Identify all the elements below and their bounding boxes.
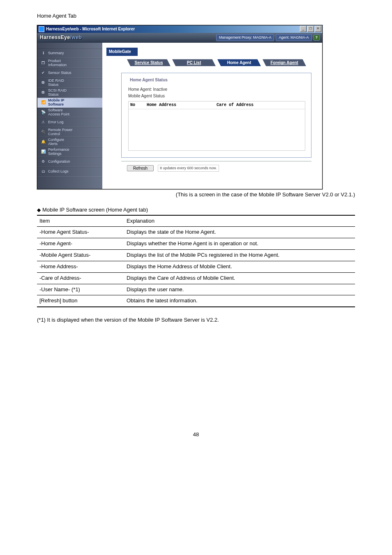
diamond-icon: ◆	[37, 207, 41, 213]
spec-row: -Mobile Agent Status-Displays the list o…	[37, 250, 355, 261]
tab-row: Service Status PC List Home Agent Foreig…	[106, 59, 318, 66]
fieldset-legend: Home Agent Status	[128, 77, 169, 83]
sidebar-item-performance-settings[interactable]: 📊PerformanceSettings	[37, 147, 102, 157]
sidebar-item-product-information[interactable]: 🗔ProductInformation	[37, 58, 102, 68]
sidebar-item-mobile-ip-software-label: Mobile IPSoftware	[48, 99, 65, 107]
col-home-address: Home Address	[147, 102, 217, 108]
home-agent-status-fieldset: Home Agent Status Home Agent: Inactive M…	[121, 73, 311, 158]
spec-row-item: -Home Agent-	[37, 238, 124, 250]
spec-row-item: -User Name- (*1)	[37, 284, 124, 295]
content-area: MobileGate Service Status PC List Home A…	[102, 43, 322, 189]
spec-header-explanation: Explanation	[124, 215, 355, 227]
tab-foreign-agent[interactable]: Foreign Agent	[263, 59, 306, 66]
spec-row-explanation: Displays the user name.	[124, 284, 355, 295]
sidebar-item-error-log-icon: ⚠	[40, 119, 46, 126]
sidebar-item-software-access-point-icon: 📡	[40, 109, 46, 116]
spec-row-item: -Home Address-	[37, 261, 124, 272]
spec-row-item: -Home Agent Status-	[37, 227, 124, 238]
sidebar-item-sensor-status-label: Sensor Status	[48, 71, 71, 75]
spec-row: -Home Agent Status-Displays the state of…	[37, 227, 355, 238]
module-title: MobileGate	[106, 48, 138, 56]
table-title: Mobile IP Software screen (Home Agent ta…	[42, 207, 148, 213]
sidebar-item-ide-raid-status[interactable]: ⛃IDE RAIDStatus	[37, 78, 102, 88]
spec-row: -User Name- (*1)Displays the user name.	[37, 284, 355, 295]
sidebar-item-collect-logs-icon: 🗂	[40, 168, 46, 175]
sidebar-item-error-log[interactable]: ⚠Error Log	[37, 117, 102, 127]
app-logo-sub: /web	[70, 35, 82, 40]
divider	[121, 161, 311, 161]
tab-service-status[interactable]: Service Status	[127, 59, 171, 66]
ie-titlebar: HarnessEye/web - Microsoft Internet Expl…	[37, 25, 322, 33]
sidebar-item-product-information-label: ProductInformation	[48, 59, 67, 67]
sidebar-item-configuration-label: Configuration	[48, 160, 70, 164]
spec-row-explanation: Displays the Care of Address of Mobile C…	[124, 272, 355, 284]
page-number: 48	[37, 431, 355, 439]
spec-row: -Care of Address-Displays the Care of Ad…	[37, 272, 355, 284]
app-banner: HarnessEye/web Management Proxy: MAGNIA-…	[37, 33, 322, 43]
spec-row-item: -Care of Address-	[37, 272, 124, 284]
mobile-agent-status-table: No Home Address Care of Address	[128, 101, 305, 151]
col-no: No	[130, 102, 147, 108]
mobile-agent-status-body	[129, 109, 305, 150]
sidebar-item-remote-power-control-icon: 🔌	[40, 129, 46, 136]
sidebar-item-scsi-raid-status[interactable]: ⛃SCSI RAIDStatus	[37, 88, 102, 98]
sidebar-item-configure-alerts-icon: 🔔	[40, 139, 46, 145]
screenshot-caption: (This is a screen in the case of the Mob…	[37, 191, 355, 199]
spec-row-explanation: Displays the list of the Mobile PCs regi…	[124, 250, 355, 261]
sidebar-item-sensor-status-icon: ✔	[40, 70, 46, 76]
sidebar-item-configure-alerts[interactable]: 🔔ConfigureAlerts	[37, 137, 102, 147]
sidebar-item-software-access-point[interactable]: 📡SoftwareAccess Point	[37, 108, 102, 117]
tab-pc-list[interactable]: PC List	[172, 59, 216, 66]
spec-row-explanation: Obtains the latest information.	[124, 295, 355, 307]
spec-row: [Refresh] buttonObtains the latest infor…	[37, 295, 355, 307]
sidebar-item-summary-label: Summary	[48, 51, 64, 55]
sidebar-item-remote-power-control[interactable]: 🔌Remote PowerControl	[37, 127, 102, 137]
spec-row-explanation: Displays the state of the Home Agent.	[124, 227, 355, 238]
sidebar-item-configuration-icon: ⚙	[40, 159, 46, 165]
sidebar-item-scsi-raid-status-icon: ⛃	[40, 90, 46, 96]
spec-header-item: Item	[37, 215, 124, 227]
sidebar: ℹSummary🗔ProductInformation✔Sensor Statu…	[37, 43, 102, 189]
sidebar-item-configure-alerts-label: ConfigureAlerts	[48, 138, 64, 146]
app-logo-main: HarnessEye	[40, 35, 70, 40]
spec-row-explanation: Displays whether the Home Agent is in op…	[124, 238, 355, 250]
app-logo: HarnessEye/web	[40, 34, 214, 41]
sidebar-item-software-access-point-label: SoftwareAccess Point	[48, 108, 69, 117]
help-button[interactable]: ?	[314, 35, 320, 41]
sidebar-item-summary[interactable]: ℹSummary	[37, 48, 102, 58]
sidebar-item-sensor-status[interactable]: ✔Sensor Status	[37, 68, 102, 78]
window-close-button[interactable]: ×	[315, 26, 321, 32]
ie-window: HarnessEye/web - Microsoft Internet Expl…	[37, 25, 323, 189]
update-interval-note: It updates every 600 seconds now.	[158, 165, 219, 172]
ie-icon	[39, 26, 44, 32]
spec-table: Item Explanation -Home Agent Status-Disp…	[37, 215, 355, 308]
sidebar-item-product-information-icon: 🗔	[40, 60, 46, 67]
sidebar-item-configuration[interactable]: ⚙Configuration	[37, 157, 102, 167]
sidebar-item-mobile-ip-software-icon: 📶	[40, 99, 46, 106]
window-minimize-button[interactable]: _	[300, 26, 307, 32]
spec-row: -Home Agent-Displays whether the Home Ag…	[37, 238, 355, 250]
spec-row: -Home Address-Displays the Home Address …	[37, 261, 355, 272]
col-care-of-address: Care of Address	[217, 102, 303, 108]
sidebar-item-collect-logs[interactable]: 🗂Collect Logs	[37, 167, 102, 177]
sidebar-item-mobile-ip-software[interactable]: 📶Mobile IPSoftware	[37, 98, 102, 108]
refresh-button[interactable]: Refresh	[127, 165, 154, 171]
agent-pill: Agent: MAGNIA-A	[276, 34, 311, 41]
sidebar-item-performance-settings-label: PerformanceSettings	[48, 148, 69, 156]
spec-row-item: -Mobile Agent Status-	[37, 250, 124, 261]
sidebar-item-scsi-raid-status-label: SCSI RAIDStatus	[48, 89, 67, 97]
tab-home-agent[interactable]: Home Agent	[217, 59, 261, 66]
mobile-agent-status-label: Mobile Agent Status	[128, 93, 304, 99]
window-maximize-button[interactable]: □	[307, 26, 314, 32]
sidebar-item-remote-power-control-label: Remote PowerControl	[48, 128, 73, 136]
footnote: (*1) It is displayed when the version of…	[37, 316, 355, 324]
table-subheading: ◆Mobile IP Software screen (Home Agent t…	[37, 206, 355, 214]
spec-row-item: [Refresh] button	[37, 295, 124, 307]
sidebar-item-error-log-label: Error Log	[48, 120, 64, 124]
management-proxy-pill: Management Proxy: MAGNIA-A	[216, 34, 274, 41]
sidebar-item-performance-settings-icon: 📊	[40, 149, 46, 155]
page-title: Home Agent Tab	[37, 12, 355, 20]
ie-title-text: HarnessEye/web - Microsoft Internet Expl…	[46, 25, 300, 33]
sidebar-item-summary-icon: ℹ	[40, 50, 46, 57]
sidebar-item-ide-raid-status-label: IDE RAIDStatus	[48, 79, 64, 87]
